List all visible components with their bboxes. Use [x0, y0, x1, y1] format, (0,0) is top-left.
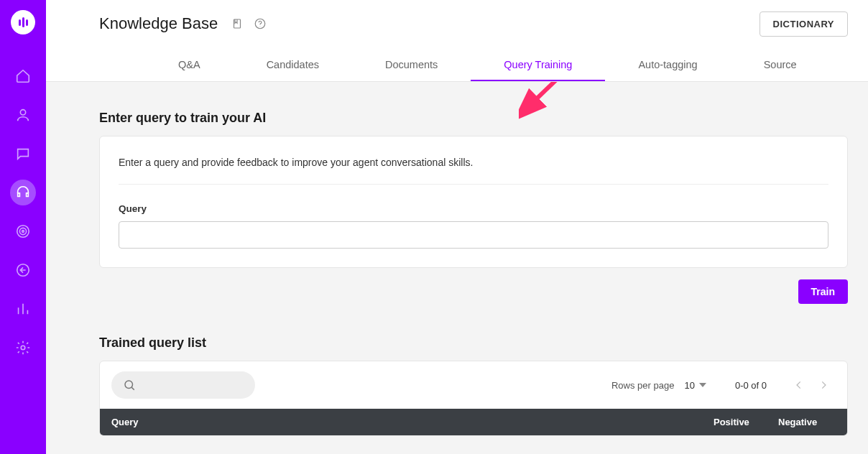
tab-query-training[interactable]: Query Training: [471, 47, 605, 81]
home-icon: [15, 68, 31, 84]
query-input[interactable]: [119, 221, 828, 249]
svg-line-9: [532, 82, 569, 103]
content: Enter query to train your AI Enter a que…: [46, 82, 868, 454]
query-card: Enter a query and provide feedback to im…: [99, 136, 848, 268]
nav-chat[interactable]: [10, 141, 36, 167]
nav-reply[interactable]: [10, 257, 36, 283]
rows-per-page-label: Rows per page: [611, 380, 674, 391]
nav-home[interactable]: [10, 63, 36, 89]
tab-source[interactable]: Source: [731, 47, 830, 81]
page-title: Knowledge Base: [99, 14, 218, 33]
header: Knowledge Base DICTIONARY: [46, 0, 868, 47]
caret-down-icon: [699, 383, 706, 387]
header-icons: [231, 17, 267, 30]
query-description: Enter a query and provide feedback to im…: [119, 157, 828, 185]
list-section-title: Trained query list: [99, 335, 848, 351]
chevron-right-icon: [818, 380, 828, 390]
tab-candidates[interactable]: Candidates: [234, 47, 352, 81]
annotation-arrow-icon: [519, 82, 576, 138]
bookmark-icon[interactable]: [231, 17, 244, 30]
target-icon: [15, 223, 31, 239]
col-negative: Negative: [778, 417, 836, 427]
tab-auto-tagging[interactable]: Auto-tagging: [605, 47, 730, 81]
pager-prev[interactable]: [787, 373, 811, 397]
tab-documents[interactable]: Documents: [352, 47, 471, 81]
svg-point-5: [21, 346, 25, 350]
rows-per-page-select[interactable]: 10: [684, 380, 706, 391]
svg-point-0: [20, 110, 25, 115]
tab-qa[interactable]: Q&A: [145, 47, 234, 81]
query-input-label: Query: [119, 203, 828, 214]
reply-icon: [15, 262, 31, 278]
svg-point-2: [19, 228, 26, 234]
trained-list-card: Rows per page 10 0-0 of 0 Query Positive…: [99, 361, 848, 436]
svg-line-11: [131, 387, 134, 389]
chevron-left-icon: [794, 380, 804, 390]
list-toolbar: Rows per page 10 0-0 of 0: [100, 361, 847, 409]
headset-icon: [15, 185, 31, 200]
help-icon[interactable]: [254, 17, 267, 30]
sidebar: [0, 0, 46, 454]
svg-point-1: [17, 226, 29, 238]
svg-point-10: [125, 381, 133, 389]
col-positive: Positive: [714, 417, 778, 427]
svg-point-3: [22, 231, 24, 233]
rows-per-page-value: 10: [684, 380, 694, 391]
nav-analytics[interactable]: [10, 296, 36, 322]
nav-knowledge[interactable]: [10, 180, 36, 205]
nav-settings[interactable]: [10, 335, 36, 361]
tabs: Q&A Candidates Documents Query Training …: [46, 47, 868, 82]
dictionary-button[interactable]: DICTIONARY: [760, 11, 848, 37]
query-section-title: Enter query to train your AI: [99, 111, 848, 126]
user-icon: [15, 107, 31, 123]
svg-point-8: [260, 26, 261, 27]
logo-bars-icon: [19, 17, 28, 27]
nav-user[interactable]: [10, 102, 36, 128]
bar-chart-icon: [15, 301, 31, 317]
app-logo: [11, 10, 35, 34]
list-search[interactable]: [111, 371, 255, 399]
train-button[interactable]: Train: [798, 279, 848, 304]
table-header: Query Positive Negative: [100, 409, 847, 435]
col-query: Query: [111, 417, 714, 427]
chat-icon: [15, 146, 31, 162]
main: Knowledge Base DICTIONARY Q&A Candidates…: [46, 0, 868, 454]
pager-next[interactable]: [811, 373, 836, 397]
nav-target[interactable]: [10, 218, 36, 244]
pager-range: 0-0 of 0: [735, 380, 767, 391]
gear-icon: [15, 340, 31, 356]
search-icon: [123, 379, 136, 392]
